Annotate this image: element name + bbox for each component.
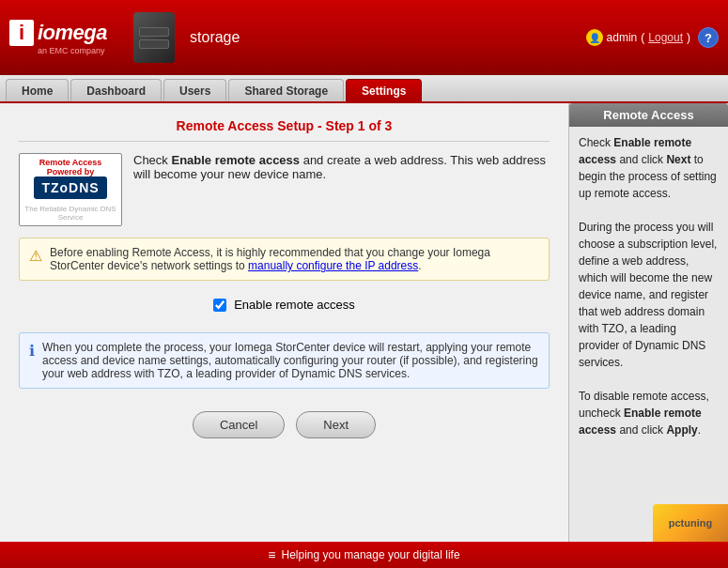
- header: i iomega an EMC company storage 👤 admin …: [0, 0, 728, 75]
- admin-icon: 👤: [586, 29, 603, 46]
- admin-separator2: ): [687, 31, 690, 44]
- tzo-bottom-label: The Reliable Dynamic DNS Service: [23, 205, 117, 222]
- sidebar-p1-text1: Check: [579, 136, 613, 149]
- admin-text: admin: [607, 31, 638, 44]
- intro-section: Remote Access Powered by TZoDNS The Reli…: [19, 153, 550, 226]
- tzo-logo: TZoDNS: [34, 177, 106, 199]
- iomega-logo: i iomega an EMC company: [9, 20, 107, 55]
- cancel-button[interactable]: Cancel: [193, 411, 285, 438]
- admin-separator: (: [641, 31, 644, 44]
- emc-label: an EMC company: [38, 46, 107, 55]
- checkbox-section: Enable remote access: [19, 292, 550, 317]
- main-content: Remote Access Setup - Step 1 of 3 Remote…: [0, 103, 728, 542]
- sidebar-p3-text2: and click: [616, 423, 666, 437]
- next-button[interactable]: Next: [296, 411, 376, 438]
- footer: ≡ Helping you manage your digital life: [0, 542, 728, 568]
- help-button[interactable]: ?: [698, 27, 719, 48]
- logout-link[interactable]: Logout: [648, 31, 683, 44]
- admin-info: 👤 admin ( Logout ): [586, 29, 690, 46]
- intro-text1: Check: [133, 153, 171, 167]
- sidebar: Remote Access Check Enable remote access…: [568, 103, 728, 542]
- content-area: Remote Access Setup - Step 1 of 3 Remote…: [0, 103, 568, 542]
- enable-remote-access-checkbox[interactable]: [213, 299, 226, 312]
- tab-home[interactable]: Home: [6, 79, 69, 101]
- footer-text: Helping you manage your digital life: [282, 548, 460, 561]
- footer-icon: ≡: [268, 547, 275, 562]
- info-icon: ℹ: [29, 342, 35, 360]
- device-icon: [133, 12, 175, 63]
- iomega-brand-text: iomega: [38, 21, 107, 45]
- tzo-logo-container: Remote Access Powered by TZoDNS The Reli…: [19, 153, 122, 226]
- warning-link[interactable]: manually configure the IP address: [248, 259, 418, 272]
- logo-area: i iomega an EMC company storage: [9, 12, 240, 63]
- tzo-logo-text: TZoDNS: [41, 180, 99, 195]
- checkbox-label[interactable]: Enable remote access: [234, 298, 355, 312]
- button-row: Cancel Next: [19, 411, 550, 438]
- sidebar-p2: During the process you will choose a sub…: [579, 219, 719, 371]
- storage-label: storage: [190, 29, 240, 46]
- header-right: 👤 admin ( Logout ) ?: [586, 27, 719, 48]
- nav-bar: Home Dashboard Users Shared Storage Sett…: [0, 75, 728, 103]
- sidebar-p1-text2: and click: [616, 153, 666, 166]
- intro-bold1: Enable remote access: [171, 153, 300, 167]
- warning-box: ⚠ Before enabling Remote Access, it is h…: [19, 238, 550, 281]
- tab-settings[interactable]: Settings: [346, 79, 422, 101]
- pctuning-watermark: pctuning: [653, 504, 728, 542]
- info-box: ℹ When you complete the process, your Io…: [19, 332, 550, 389]
- iomega-i-letter: i: [9, 20, 34, 46]
- sidebar-title: Remote Access: [569, 103, 728, 127]
- tzo-top-label: Remote Access Powered by: [23, 158, 117, 177]
- tab-dashboard[interactable]: Dashboard: [70, 79, 162, 101]
- warning-icon: ⚠: [29, 247, 42, 265]
- warning-text: Before enabling Remote Access, it is hig…: [50, 246, 539, 272]
- sidebar-content: Check Enable remote access and click Nex…: [579, 134, 719, 438]
- page-title: Remote Access Setup - Step 1 of 3: [19, 118, 550, 142]
- sidebar-p3-text3: .: [698, 423, 701, 437]
- tab-shared-storage[interactable]: Shared Storage: [228, 79, 344, 101]
- iomega-brand: i iomega: [9, 20, 107, 46]
- tab-users[interactable]: Users: [163, 79, 226, 101]
- sidebar-p3-bold2: Apply: [666, 423, 697, 437]
- sidebar-p1-bold2: Next: [666, 153, 690, 166]
- info-text: When you complete the process, your Iome…: [42, 341, 539, 380]
